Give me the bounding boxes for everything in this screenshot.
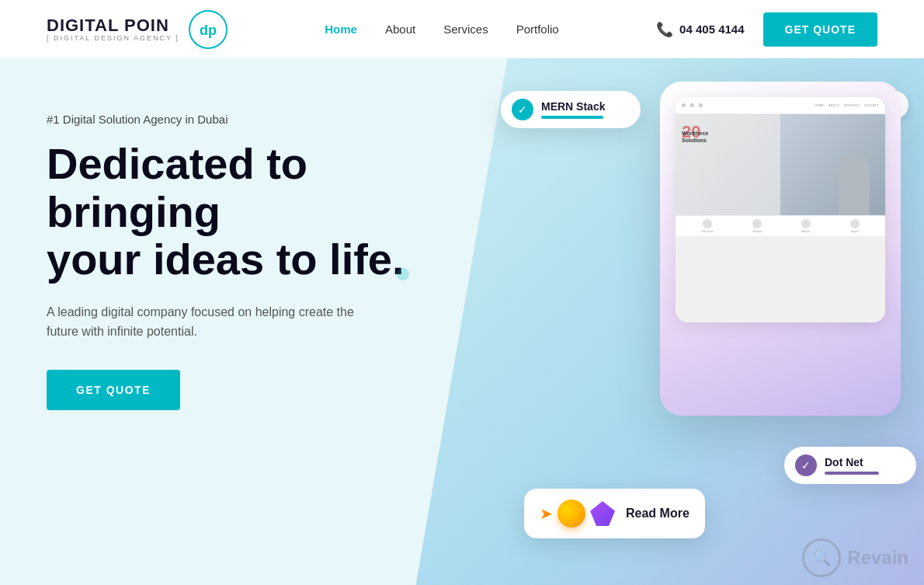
preview-icons: Call service Solutions Advisory Sup — [676, 215, 885, 236]
brand-tagline: [ DIGITAL DESIGN AGENCY ] — [47, 34, 179, 42]
nav-link-home[interactable]: Home — [325, 23, 357, 36]
preview-icon-circle — [850, 219, 860, 228]
nav-menu: Home About Services Portfolio — [325, 23, 558, 37]
preview-hero: 20 WorkforceSolutions — [676, 114, 885, 215]
website-screenshot: HOME ABOUT SERVICES CONTACT 20 Workforce… — [676, 97, 885, 322]
preview-dot2 — [690, 103, 694, 107]
svg-text:dp: dp — [200, 23, 217, 38]
logo: DIGITAL POIN [ DIGITAL DESIGN AGENCY ] d… — [47, 10, 228, 49]
navbar: DIGITAL POIN [ DIGITAL DESIGN AGENCY ] d… — [0, 0, 924, 58]
dotnet-progress-bar — [825, 472, 879, 475]
phone-contact: 📞 04 405 4144 — [656, 21, 744, 38]
dotnet-check-icon: ✓ — [795, 454, 817, 476]
hero-description: A leading digital company focused on hel… — [47, 302, 380, 342]
get-quote-nav-button[interactable]: GET QUOTE — [763, 12, 877, 47]
nav-link-about[interactable]: About — [385, 23, 415, 36]
brand-icon: dp — [189, 10, 228, 49]
hero-section: #1 Digital Solution Agency in Dubai Dedi… — [0, 58, 924, 585]
preview-icon-1: Call service — [701, 219, 714, 233]
preview-icon-label: Call service — [701, 230, 714, 233]
preview-icon-3: Advisory — [801, 219, 811, 233]
hero-title-line2: your ideas to life. — [47, 235, 405, 284]
preview-icon-circle — [801, 219, 811, 228]
brand-name: DIGITAL POIN — [47, 17, 179, 34]
nav-right: 📞 04 405 4144 GET QUOTE — [656, 12, 877, 47]
phone-number: 04 405 4144 — [679, 23, 744, 36]
read-more-label[interactable]: Read More — [626, 507, 690, 521]
nav-link-portfolio[interactable]: Portfolio — [516, 23, 559, 36]
sphere-icon — [558, 500, 585, 528]
phone-icon: 📞 — [656, 21, 673, 38]
preview-header: HOME ABOUT SERVICES CONTACT — [676, 97, 885, 114]
preview-nav: HOME ABOUT SERVICES CONTACT — [815, 103, 879, 107]
nav-link-services[interactable]: Services — [443, 23, 488, 36]
hero-visual: < > ✓ MERN Stack HOME — [462, 58, 924, 585]
get-quote-hero-button[interactable]: GET QUOTE — [47, 370, 180, 410]
watermark-text: Revain — [847, 547, 908, 569]
website-preview-card: HOME ABOUT SERVICES CONTACT 20 Workforce… — [676, 97, 885, 322]
preview-dot1 — [682, 103, 686, 107]
preview-dot3 — [699, 103, 703, 107]
preview-icon-2: Solutions — [752, 219, 762, 233]
mern-stack-badge: ✓ MERN Stack — [501, 91, 641, 128]
hero-title-line1: Dedicated to bringing — [47, 139, 307, 236]
mern-label: MERN Stack — [541, 100, 605, 113]
dotnet-badge-content: Dot Net — [825, 456, 879, 475]
mern-progress-bar — [541, 116, 603, 119]
preview-woman — [839, 153, 870, 215]
watermark-icon: 🔍 — [802, 538, 841, 577]
preview-icon-label: Advisory — [801, 230, 811, 233]
preview-icon-4: Support — [850, 219, 860, 233]
dotnet-label: Dot Net — [825, 456, 879, 468]
mern-badge-content: MERN Stack — [541, 100, 605, 119]
hero-title: Dedicated to bringing your ideas to life… — [47, 140, 462, 284]
phone-mockup: HOME ABOUT SERVICES CONTACT 20 Workforce… — [660, 82, 901, 416]
mern-check-icon: ✓ — [512, 99, 533, 120]
preview-icon-circle — [752, 219, 762, 228]
arrow-icon: ➤ — [540, 504, 553, 523]
gem-icon — [590, 501, 615, 526]
hero-content: #1 Digital Solution Agency in Dubai Dedi… — [0, 58, 462, 585]
dotnet-badge: ✓ Dot Net — [784, 447, 916, 484]
read-more-card: ➤ Read More — [524, 489, 705, 538]
watermark: 🔍 Revain — [802, 538, 908, 577]
preview-icon-label: Support — [850, 230, 859, 233]
preview-icon-circle — [703, 219, 712, 228]
preview-icon-label: Solutions — [752, 230, 762, 233]
read-more-icons: ➤ — [540, 500, 615, 528]
hero-tagline: #1 Digital Solution Agency in Dubai — [47, 113, 462, 126]
preview-headline: WorkforceSolutions — [682, 130, 709, 144]
